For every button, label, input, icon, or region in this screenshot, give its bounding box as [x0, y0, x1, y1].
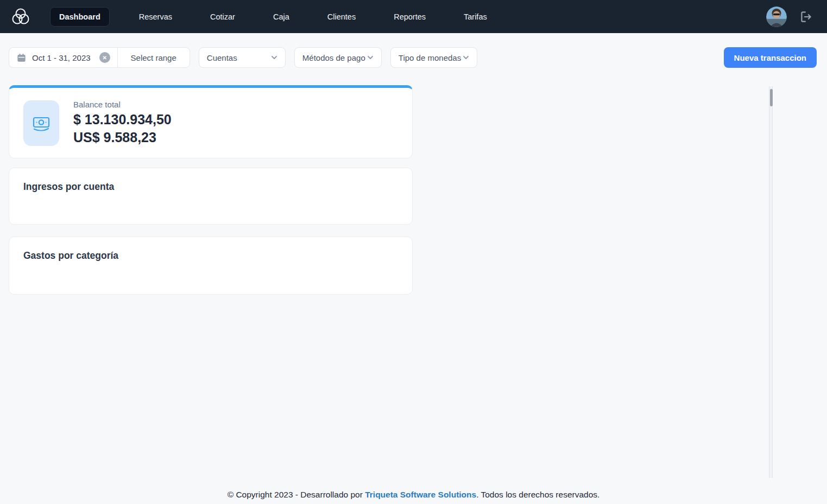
nav-item-clientes[interactable]: Clientes — [319, 8, 364, 26]
chevron-down-icon — [367, 54, 374, 61]
nav-item-dashboard[interactable]: Dashboard — [50, 7, 110, 27]
logout-button[interactable] — [799, 10, 813, 24]
balance-amount-usd: US$ 9.588,23 — [73, 129, 172, 146]
gastos-title: Gastos por categoría — [23, 250, 398, 261]
new-transaction-button[interactable]: Nueva transaccion — [724, 47, 817, 68]
user-avatar[interactable] — [766, 7, 787, 27]
metodos-de-pago-select[interactable]: Métodos de pago — [294, 47, 382, 68]
logout-icon — [799, 10, 813, 24]
filter-bar: Oct 1 - 31, 2023 ✕ Select range Cuentas … — [9, 47, 818, 68]
chevron-down-icon — [463, 54, 469, 61]
calendar-icon — [16, 53, 27, 63]
footer-link[interactable]: Triqueta Software Solutions — [365, 490, 476, 499]
scrollbar-track[interactable] — [769, 86, 773, 478]
triquetra-logo[interactable] — [9, 5, 33, 28]
top-nav: DashboardReservasCotizarCajaClientesRepo… — [0, 0, 827, 33]
nav-item-tarifas[interactable]: Tarifas — [455, 8, 496, 26]
footer-text-suffix: . Todos los derechos reservados. — [476, 490, 599, 499]
avatar-image — [766, 7, 787, 27]
ingresos-title: Ingresos por cuenta — [23, 181, 398, 193]
nav-item-cotizar[interactable]: Cotizar — [201, 8, 244, 26]
footer-text-prefix: © Copyright 2023 - Desarrollado por — [228, 490, 365, 499]
chevron-down-icon — [271, 54, 277, 61]
select-range-button[interactable]: Select range — [117, 48, 190, 67]
footer: © Copyright 2023 - Desarrollado por Triq… — [0, 490, 827, 500]
balance-amount-ars: $ 13.130.934,50 — [73, 111, 172, 129]
ingresos-card: Ingresos por cuenta — [9, 168, 413, 225]
triquetra-icon — [10, 5, 31, 28]
balance-card: Balance total $ 13.130.934,50 US$ 9.588,… — [9, 85, 413, 158]
date-range-value: Oct 1 - 31, 2023 — [32, 53, 91, 62]
nav-item-reservas[interactable]: Reservas — [130, 8, 181, 26]
balance-icon-box — [23, 100, 59, 146]
select-range-label: Select range — [131, 53, 176, 62]
nav-right — [766, 7, 813, 27]
monedas-select-value: Tipo de monedas — [399, 53, 461, 62]
gastos-card: Gastos por categoría — [9, 237, 413, 295]
banknote-icon — [31, 113, 52, 133]
nav-menu: DashboardReservasCotizarCajaClientesRepo… — [50, 7, 496, 27]
tipo-de-monedas-select[interactable]: Tipo de monedas — [390, 47, 477, 68]
date-range-input[interactable]: Oct 1 - 31, 2023 ✕ — [9, 48, 117, 67]
cuentas-select-value: Cuentas — [207, 53, 237, 62]
scrollbar-thumb[interactable] — [770, 89, 773, 106]
balance-text: Balance total $ 13.130.934,50 US$ 9.588,… — [73, 100, 172, 146]
left-column: Balance total $ 13.130.934,50 US$ 9.588,… — [9, 85, 413, 307]
cuentas-select[interactable]: Cuentas — [199, 47, 286, 68]
main-content: Balance total $ 13.130.934,50 US$ 9.588,… — [9, 85, 818, 307]
metodos-select-value: Métodos de pago — [302, 53, 365, 62]
date-range-control: Oct 1 - 31, 2023 ✕ Select range — [9, 47, 190, 68]
nav-item-reportes[interactable]: Reportes — [385, 8, 434, 26]
date-clear-button[interactable]: ✕ — [99, 52, 110, 63]
nav-item-caja[interactable]: Caja — [264, 8, 298, 26]
balance-label: Balance total — [73, 100, 172, 109]
